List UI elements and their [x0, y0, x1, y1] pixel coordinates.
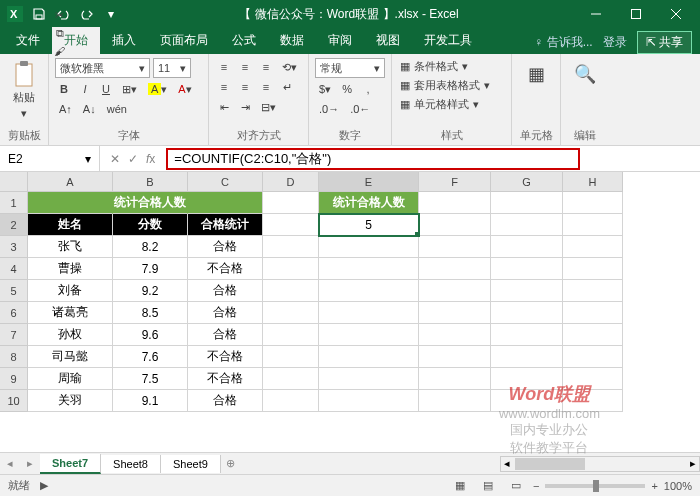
cell[interactable]	[419, 368, 491, 390]
cell[interactable]	[563, 214, 623, 236]
col-header[interactable]: B	[113, 172, 188, 192]
row-header[interactable]: 3	[0, 236, 28, 258]
confirm-formula-icon[interactable]: ✓	[128, 152, 138, 166]
cell[interactable]	[563, 368, 623, 390]
font-name-combo[interactable]: 微软雅黑▾	[55, 58, 150, 78]
cell[interactable]	[563, 324, 623, 346]
formula-input[interactable]: =COUNTIF(C2:C10,"合格")	[166, 148, 580, 170]
col-header[interactable]: G	[491, 172, 563, 192]
cell[interactable]	[563, 258, 623, 280]
row-header[interactable]: 6	[0, 302, 28, 324]
cell[interactable]: 孙权	[28, 324, 113, 346]
conditional-format-button[interactable]: ▦条件格式 ▾	[398, 58, 505, 75]
fx-icon[interactable]: fx	[146, 152, 155, 166]
qat-dropdown-icon[interactable]: ▾	[100, 3, 122, 25]
tab-data[interactable]: 数据	[268, 27, 316, 54]
col-header[interactable]: C	[188, 172, 263, 192]
cell-styles-button[interactable]: ▦单元格样式 ▾	[398, 96, 505, 113]
cell[interactable]	[491, 236, 563, 258]
sheet-tab[interactable]: Sheet7	[40, 454, 101, 474]
cell[interactable]: 9.1	[113, 390, 188, 412]
cell[interactable]: 合格	[188, 324, 263, 346]
new-sheet-icon[interactable]: ⊕	[221, 457, 241, 470]
cell[interactable]	[563, 346, 623, 368]
select-all-corner[interactable]	[0, 172, 28, 192]
cell[interactable]	[319, 390, 419, 412]
cell[interactable]: 分数	[113, 214, 188, 236]
zoom-out-icon[interactable]: −	[533, 480, 539, 492]
row-header[interactable]: 4	[0, 258, 28, 280]
col-header[interactable]: F	[419, 172, 491, 192]
editing-button[interactable]: 🔍	[567, 58, 603, 90]
cell[interactable]: 关羽	[28, 390, 113, 412]
cell[interactable]	[319, 324, 419, 346]
maximize-button[interactable]	[616, 0, 656, 28]
tab-layout[interactable]: 页面布局	[148, 27, 220, 54]
orientation-icon[interactable]: ⟲▾	[278, 58, 301, 76]
cell[interactable]: 7.9	[113, 258, 188, 280]
tell-me[interactable]: ♀ 告诉我...	[534, 34, 592, 51]
cell[interactable]	[263, 236, 319, 258]
cell[interactable]: 诸葛亮	[28, 302, 113, 324]
italic-button[interactable]: I	[76, 80, 94, 98]
close-button[interactable]	[656, 0, 696, 28]
cell[interactable]	[263, 346, 319, 368]
minimize-button[interactable]	[576, 0, 616, 28]
row-header[interactable]: 9	[0, 368, 28, 390]
align-bottom-icon[interactable]: ≡	[257, 58, 275, 76]
align-middle-icon[interactable]: ≡	[236, 58, 254, 76]
col-header[interactable]: E	[319, 172, 419, 192]
cell[interactable]	[319, 302, 419, 324]
decrease-indent-icon[interactable]: ⇤	[215, 98, 233, 116]
cell[interactable]: 8.2	[113, 236, 188, 258]
cell[interactable]: 不合格	[188, 368, 263, 390]
cell[interactable]	[491, 368, 563, 390]
cell[interactable]: 合格	[188, 236, 263, 258]
cell[interactable]	[263, 280, 319, 302]
sheet-tab[interactable]: Sheet9	[161, 455, 221, 473]
cell[interactable]	[563, 280, 623, 302]
border-button[interactable]: ⊞▾	[118, 80, 141, 98]
cell[interactable]	[188, 192, 263, 214]
login-link[interactable]: 登录	[603, 34, 627, 51]
fill-color-button[interactable]: A▾	[144, 80, 171, 98]
cell[interactable]: 合格统计	[188, 214, 263, 236]
increase-decimal-icon[interactable]: .0→	[315, 100, 343, 118]
cell[interactable]	[563, 302, 623, 324]
cell[interactable]	[263, 192, 319, 214]
cell[interactable]: 8.5	[113, 302, 188, 324]
cells-button[interactable]: ▦	[518, 58, 554, 90]
cell[interactable]	[319, 368, 419, 390]
cell[interactable]	[491, 324, 563, 346]
currency-icon[interactable]: $▾	[315, 80, 335, 98]
name-box[interactable]: E2▾	[0, 146, 100, 171]
col-header[interactable]: D	[263, 172, 319, 192]
bold-button[interactable]: B	[55, 80, 73, 98]
sheet-nav-prev-icon[interactable]: ◂	[0, 457, 20, 470]
cell[interactable]: 姓名	[28, 214, 113, 236]
row-header[interactable]: 10	[0, 390, 28, 412]
cell[interactable]	[263, 258, 319, 280]
save-icon[interactable]	[28, 3, 50, 25]
row-header[interactable]: 8	[0, 346, 28, 368]
format-painter-icon[interactable]: 🖌	[50, 42, 69, 60]
cell[interactable]	[419, 214, 491, 236]
cell[interactable]: 合格	[188, 390, 263, 412]
comma-icon[interactable]: ,	[359, 80, 377, 98]
row-header[interactable]: 1	[0, 192, 28, 214]
underline-button[interactable]: U	[97, 80, 115, 98]
cell[interactable]	[491, 346, 563, 368]
share-button[interactable]: ⇱ 共享	[637, 31, 692, 54]
cancel-formula-icon[interactable]: ✕	[110, 152, 120, 166]
cell[interactable]: 合格	[188, 280, 263, 302]
tab-review[interactable]: 审阅	[316, 27, 364, 54]
number-format-combo[interactable]: 常规▾	[315, 58, 385, 78]
percent-icon[interactable]: %	[338, 80, 356, 98]
merge-cells-icon[interactable]: ⊟▾	[257, 98, 280, 116]
zoom-in-icon[interactable]: +	[651, 480, 657, 492]
copy-icon[interactable]: ⧉	[50, 24, 69, 42]
page-layout-view-icon[interactable]: ▤	[477, 477, 499, 495]
cell[interactable]	[491, 214, 563, 236]
excel-icon[interactable]: X	[4, 3, 26, 25]
cell[interactable]	[491, 192, 563, 214]
